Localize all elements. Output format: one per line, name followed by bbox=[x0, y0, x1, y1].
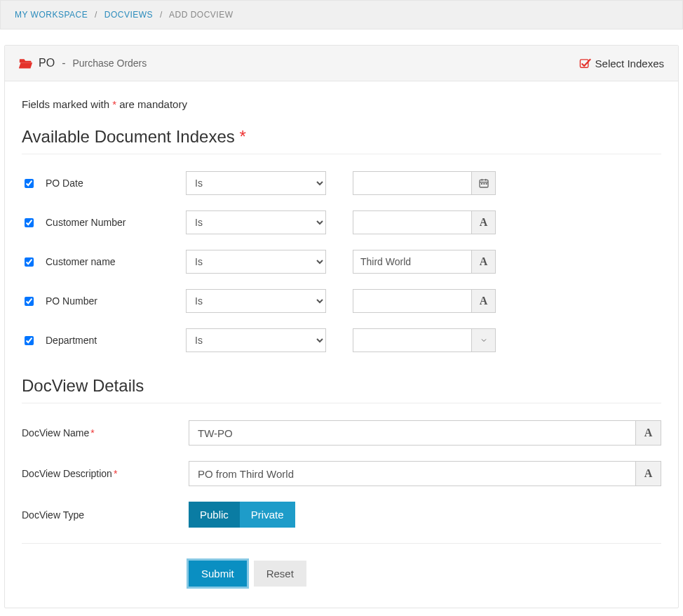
index-value-input[interactable] bbox=[353, 250, 472, 274]
details-row-type: DocView Type Public Private bbox=[22, 502, 661, 528]
index-row: DepartmentIs bbox=[22, 328, 661, 352]
index-row: PO DateIs bbox=[22, 171, 661, 195]
index-value-wrap: A bbox=[353, 210, 496, 234]
section-title-indexes: Available Document Indexes * bbox=[22, 127, 661, 147]
label-text: DocView Type bbox=[22, 509, 84, 521]
index-value-wrap bbox=[353, 328, 496, 352]
index-checkbox[interactable] bbox=[25, 297, 34, 306]
panel-body: Fields marked with * are mandatory Avail… bbox=[5, 81, 678, 608]
docview-type-toggle: Public Private bbox=[189, 502, 295, 528]
toggle-option-private[interactable]: Private bbox=[240, 502, 295, 528]
index-label: Customer Number bbox=[46, 217, 186, 228]
check-square-icon bbox=[579, 58, 591, 69]
index-operator-select[interactable]: Is bbox=[186, 210, 326, 234]
breadcrumb-sep: / bbox=[160, 10, 163, 20]
index-operator-select[interactable]: Is bbox=[186, 171, 326, 195]
toggle-option-public[interactable]: Public bbox=[189, 502, 240, 528]
index-value-wrap: A bbox=[353, 289, 496, 313]
index-value-wrap bbox=[353, 171, 496, 195]
mandatory-note-prefix: Fields marked with bbox=[22, 98, 112, 110]
asterisk-icon: * bbox=[239, 127, 245, 146]
breadcrumb-link-docviews[interactable]: DocViews bbox=[104, 10, 153, 20]
index-label: Department bbox=[46, 335, 186, 346]
mandatory-note-suffix: are mandatory bbox=[116, 98, 187, 110]
svg-rect-5 bbox=[481, 183, 482, 185]
details-row-name: DocView Name* A bbox=[22, 420, 661, 446]
index-checkbox[interactable] bbox=[25, 218, 34, 227]
index-value-select[interactable] bbox=[353, 328, 472, 352]
index-checkbox[interactable] bbox=[25, 257, 34, 267]
breadcrumb-sep: / bbox=[95, 10, 97, 20]
reset-button[interactable]: Reset bbox=[254, 561, 306, 587]
breadcrumb: My Workspace / DocViews / Add DocView bbox=[0, 0, 683, 29]
index-row: Customer NumberIsA bbox=[22, 210, 661, 234]
docview-description-label: DocView Description* bbox=[22, 468, 189, 479]
label-text: DocView Name bbox=[22, 427, 89, 438]
docview-panel: PO - Purchase Orders Select Indexes Fiel… bbox=[4, 45, 679, 608]
index-value-wrap: A bbox=[353, 250, 496, 274]
folder-open-icon bbox=[19, 57, 33, 69]
doc-class-code: PO bbox=[39, 57, 55, 69]
index-value-input[interactable] bbox=[353, 289, 472, 313]
section-title-details: DocView Details bbox=[22, 376, 661, 396]
index-value-input[interactable] bbox=[353, 171, 472, 195]
details-row-description: DocView Description* A bbox=[22, 461, 661, 486]
index-operator-select[interactable]: Is bbox=[186, 250, 326, 274]
svg-rect-7 bbox=[485, 183, 487, 185]
docview-name-input[interactable] bbox=[189, 420, 636, 446]
section-title-text: Available Document Indexes bbox=[22, 127, 235, 146]
calendar-icon bbox=[472, 171, 496, 195]
select-indexes-label: Select Indexes bbox=[595, 58, 664, 69]
index-label: PO Date bbox=[46, 178, 186, 189]
docview-type-label: DocView Type bbox=[22, 509, 189, 521]
index-label: Customer name bbox=[46, 256, 186, 267]
panel-header: PO - Purchase Orders Select Indexes bbox=[5, 46, 678, 81]
submit-button[interactable]: Submit bbox=[189, 561, 247, 587]
text-type-icon: A bbox=[636, 420, 661, 446]
text-type-icon: A bbox=[472, 289, 496, 313]
asterisk-icon: * bbox=[114, 468, 117, 479]
index-label: PO Number bbox=[46, 295, 186, 307]
panel-header-left: PO - Purchase Orders bbox=[19, 57, 147, 69]
svg-rect-6 bbox=[483, 183, 485, 185]
select-indexes-button[interactable]: Select Indexes bbox=[579, 58, 664, 69]
section-divider bbox=[22, 154, 661, 154]
docview-description-input[interactable] bbox=[189, 461, 636, 486]
index-checkbox[interactable] bbox=[25, 336, 34, 345]
index-operator-select[interactable]: Is bbox=[186, 289, 326, 313]
section-title-text: DocView Details bbox=[22, 376, 144, 395]
index-row: Customer nameIsA bbox=[22, 250, 661, 274]
index-value-input[interactable] bbox=[353, 210, 472, 234]
text-type-icon: A bbox=[636, 461, 661, 486]
section-divider bbox=[22, 403, 661, 403]
section-divider bbox=[22, 543, 661, 544]
index-operator-select[interactable]: Is bbox=[186, 328, 326, 352]
asterisk-icon: * bbox=[90, 427, 94, 438]
mandatory-note: Fields marked with * are mandatory bbox=[22, 98, 661, 110]
label-text: DocView Description bbox=[22, 468, 112, 479]
index-row: PO NumberIsA bbox=[22, 289, 661, 313]
index-checkbox[interactable] bbox=[25, 179, 34, 188]
breadcrumb-current: Add DocView bbox=[169, 10, 234, 20]
text-type-icon: A bbox=[472, 250, 496, 274]
chevron-down-icon[interactable] bbox=[472, 328, 496, 352]
text-type-icon: A bbox=[472, 210, 496, 234]
dash: - bbox=[62, 57, 65, 69]
doc-class-label: Purchase Orders bbox=[72, 58, 147, 69]
breadcrumb-link-workspace[interactable]: My Workspace bbox=[15, 10, 88, 20]
docview-name-label: DocView Name* bbox=[22, 427, 189, 438]
